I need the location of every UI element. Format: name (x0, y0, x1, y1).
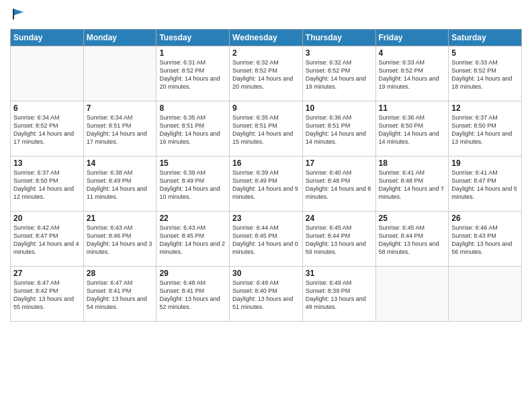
day-number: 7 (87, 103, 154, 113)
weekday-header-wednesday: Wednesday (230, 30, 303, 46)
day-number: 3 (306, 48, 373, 58)
calendar-day-cell: 12Sunrise: 6:37 AM Sunset: 8:50 PM Dayli… (449, 101, 522, 156)
calendar-day-cell: 20Sunrise: 6:42 AM Sunset: 8:47 PM Dayli… (11, 212, 84, 267)
calendar-day-cell: 31Sunrise: 6:49 AM Sunset: 8:39 PM Dayli… (302, 267, 375, 322)
day-info: Sunrise: 6:33 AM Sunset: 8:52 PM Dayligh… (451, 58, 519, 91)
day-info: Sunrise: 6:37 AM Sunset: 8:50 PM Dayligh… (13, 169, 81, 201)
day-info: Sunrise: 6:39 AM Sunset: 8:49 PM Dayligh… (159, 169, 226, 201)
day-info: Sunrise: 6:41 AM Sunset: 8:47 PM Dayligh… (451, 169, 519, 201)
calendar-day-cell: 8Sunrise: 6:35 AM Sunset: 8:51 PM Daylig… (157, 101, 230, 156)
weekday-header-thursday: Thursday (302, 30, 375, 46)
calendar-day-cell: 27Sunrise: 6:47 AM Sunset: 8:42 PM Dayli… (11, 267, 84, 322)
calendar-day-cell: 17Sunrise: 6:40 AM Sunset: 8:48 PM Dayli… (302, 156, 375, 212)
calendar-day-cell: 21Sunrise: 6:43 AM Sunset: 8:46 PM Dayli… (83, 212, 157, 267)
day-number: 8 (159, 103, 226, 113)
calendar-day-cell (83, 46, 157, 101)
weekday-header-friday: Friday (375, 30, 449, 46)
weekday-header-row: SundayMondayTuesdayWednesdayThursdayFrid… (11, 30, 522, 46)
day-info: Sunrise: 6:36 AM Sunset: 8:51 PM Dayligh… (306, 113, 373, 146)
calendar-day-cell: 14Sunrise: 6:38 AM Sunset: 8:49 PM Dayli… (83, 156, 157, 212)
day-number: 17 (306, 158, 373, 168)
day-info: Sunrise: 6:39 AM Sunset: 8:49 PM Dayligh… (232, 169, 300, 201)
weekday-header-tuesday: Tuesday (157, 30, 230, 46)
calendar-day-cell: 24Sunrise: 6:45 AM Sunset: 8:44 PM Dayli… (302, 212, 375, 267)
day-info: Sunrise: 6:46 AM Sunset: 8:43 PM Dayligh… (451, 224, 519, 257)
day-info: Sunrise: 6:45 AM Sunset: 8:44 PM Dayligh… (306, 224, 373, 257)
calendar-day-cell: 19Sunrise: 6:41 AM Sunset: 8:47 PM Dayli… (449, 156, 522, 212)
calendar-day-cell: 15Sunrise: 6:39 AM Sunset: 8:49 PM Dayli… (157, 156, 230, 212)
day-info: Sunrise: 6:49 AM Sunset: 8:39 PM Dayligh… (306, 279, 373, 312)
day-number: 12 (451, 103, 519, 113)
day-info: Sunrise: 6:38 AM Sunset: 8:49 PM Dayligh… (87, 169, 154, 201)
day-number: 13 (13, 158, 81, 168)
day-number: 14 (87, 158, 154, 168)
calendar-day-cell: 29Sunrise: 6:48 AM Sunset: 8:41 PM Dayli… (157, 267, 230, 322)
day-info: Sunrise: 6:32 AM Sunset: 8:52 PM Dayligh… (232, 58, 300, 91)
day-info: Sunrise: 6:42 AM Sunset: 8:47 PM Dayligh… (13, 224, 81, 257)
calendar-day-cell: 1Sunrise: 6:31 AM Sunset: 8:52 PM Daylig… (157, 46, 230, 101)
day-info: Sunrise: 6:31 AM Sunset: 8:52 PM Dayligh… (159, 58, 226, 91)
weekday-header-sunday: Sunday (11, 30, 84, 46)
calendar-week-row: 6Sunrise: 6:34 AM Sunset: 8:52 PM Daylig… (11, 101, 522, 156)
calendar-week-row: 13Sunrise: 6:37 AM Sunset: 8:50 PM Dayli… (11, 156, 522, 212)
day-info: Sunrise: 6:47 AM Sunset: 8:41 PM Dayligh… (87, 279, 154, 312)
day-number: 31 (306, 269, 373, 278)
day-number: 6 (13, 103, 81, 113)
calendar-week-row: 27Sunrise: 6:47 AM Sunset: 8:42 PM Dayli… (11, 267, 522, 322)
day-number: 15 (159, 158, 226, 168)
calendar-day-cell: 4Sunrise: 6:33 AM Sunset: 8:52 PM Daylig… (375, 46, 449, 101)
day-number: 18 (379, 158, 446, 168)
day-info: Sunrise: 6:48 AM Sunset: 8:41 PM Dayligh… (159, 279, 226, 312)
svg-marker-0 (13, 9, 24, 15)
weekday-header-monday: Monday (83, 30, 157, 46)
day-info: Sunrise: 6:41 AM Sunset: 8:48 PM Dayligh… (379, 169, 446, 201)
calendar-week-row: 1Sunrise: 6:31 AM Sunset: 8:52 PM Daylig… (11, 46, 522, 101)
day-number: 19 (451, 158, 519, 168)
day-number: 16 (232, 158, 300, 168)
day-number: 24 (306, 214, 373, 223)
day-number: 9 (232, 103, 300, 113)
calendar-day-cell: 23Sunrise: 6:44 AM Sunset: 8:45 PM Dayli… (230, 212, 303, 267)
day-number: 10 (306, 103, 373, 113)
day-number: 27 (13, 269, 81, 278)
day-info: Sunrise: 6:43 AM Sunset: 8:46 PM Dayligh… (87, 224, 154, 257)
day-number: 25 (379, 214, 446, 223)
header (10, 7, 522, 25)
day-info: Sunrise: 6:35 AM Sunset: 8:51 PM Dayligh… (232, 113, 300, 146)
calendar-day-cell: 11Sunrise: 6:36 AM Sunset: 8:50 PM Dayli… (375, 101, 449, 156)
logo-flag-icon (11, 7, 26, 21)
day-number: 11 (379, 103, 446, 113)
day-number: 21 (87, 214, 154, 223)
day-info: Sunrise: 6:43 AM Sunset: 8:45 PM Dayligh… (159, 224, 226, 257)
day-number: 28 (87, 269, 154, 278)
day-info: Sunrise: 6:33 AM Sunset: 8:52 PM Dayligh… (379, 58, 446, 91)
calendar-day-cell (375, 267, 449, 322)
day-info: Sunrise: 6:45 AM Sunset: 8:44 PM Dayligh… (379, 224, 446, 257)
calendar-day-cell (11, 46, 84, 101)
day-info: Sunrise: 6:36 AM Sunset: 8:50 PM Dayligh… (379, 113, 446, 146)
calendar-day-cell: 3Sunrise: 6:32 AM Sunset: 8:52 PM Daylig… (302, 46, 375, 101)
day-number: 2 (232, 48, 300, 58)
calendar-day-cell: 30Sunrise: 6:49 AM Sunset: 8:40 PM Dayli… (230, 267, 303, 322)
calendar-day-cell: 5Sunrise: 6:33 AM Sunset: 8:52 PM Daylig… (449, 46, 522, 101)
day-info: Sunrise: 6:34 AM Sunset: 8:51 PM Dayligh… (87, 113, 154, 146)
day-number: 4 (379, 48, 446, 58)
day-info: Sunrise: 6:44 AM Sunset: 8:45 PM Dayligh… (232, 224, 300, 257)
weekday-header-saturday: Saturday (449, 30, 522, 46)
day-number: 20 (13, 214, 81, 223)
calendar-day-cell: 7Sunrise: 6:34 AM Sunset: 8:51 PM Daylig… (83, 101, 157, 156)
day-number: 29 (159, 269, 226, 278)
day-info: Sunrise: 6:37 AM Sunset: 8:50 PM Dayligh… (451, 113, 519, 146)
day-number: 22 (159, 214, 226, 223)
calendar-day-cell: 9Sunrise: 6:35 AM Sunset: 8:51 PM Daylig… (230, 101, 303, 156)
day-number: 1 (159, 48, 226, 58)
day-number: 5 (451, 48, 519, 58)
calendar-day-cell: 6Sunrise: 6:34 AM Sunset: 8:52 PM Daylig… (11, 101, 84, 156)
day-info: Sunrise: 6:40 AM Sunset: 8:48 PM Dayligh… (306, 169, 373, 201)
day-number: 26 (451, 214, 519, 223)
day-info: Sunrise: 6:34 AM Sunset: 8:52 PM Dayligh… (13, 113, 81, 146)
calendar-day-cell: 28Sunrise: 6:47 AM Sunset: 8:41 PM Dayli… (83, 267, 157, 322)
calendar-day-cell: 10Sunrise: 6:36 AM Sunset: 8:51 PM Dayli… (302, 101, 375, 156)
calendar-day-cell: 13Sunrise: 6:37 AM Sunset: 8:50 PM Dayli… (11, 156, 84, 212)
calendar-week-row: 20Sunrise: 6:42 AM Sunset: 8:47 PM Dayli… (11, 212, 522, 267)
